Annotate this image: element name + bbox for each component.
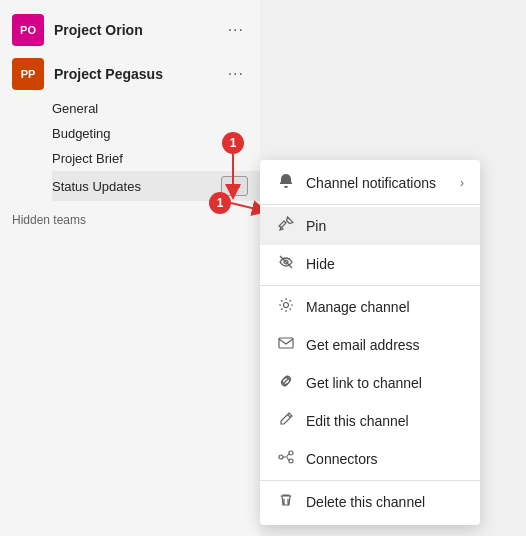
menu-item-hide[interactable]: Hide — [260, 245, 480, 283]
team-item-project-orion[interactable]: PO Project Orion ··· — [0, 8, 260, 52]
svg-point-7 — [289, 459, 293, 463]
menu-item-channel-notifications[interactable]: Channel notifications › — [260, 164, 480, 202]
team-more-options-project-orion[interactable]: ··· — [224, 19, 248, 41]
team-name-project-pegasus: Project Pegasus — [54, 66, 224, 82]
menu-item-get-link[interactable]: Get link to channel — [260, 364, 480, 402]
get-link-label: Get link to channel — [306, 375, 464, 391]
menu-item-delete-channel[interactable]: Delete this channel — [260, 483, 480, 521]
svg-point-5 — [279, 455, 283, 459]
svg-point-3 — [284, 303, 289, 308]
channel-name-budgeting: Budgeting — [52, 126, 111, 141]
link-icon — [276, 373, 296, 393]
gear-icon — [276, 297, 296, 317]
channel-notifications-label: Channel notifications — [306, 175, 450, 191]
svg-rect-4 — [279, 338, 293, 348]
annotation-badge-1: 1 — [222, 132, 244, 154]
menu-item-pin[interactable]: Pin — [260, 207, 480, 245]
annotation-badge-2: 1 — [209, 192, 231, 214]
chevron-right-icon: › — [460, 176, 464, 190]
team-more-options-project-pegasus[interactable]: ··· — [224, 63, 248, 85]
email-icon — [276, 335, 296, 355]
trash-icon — [276, 492, 296, 512]
menu-divider-3 — [260, 480, 480, 481]
channel-name-status-updates: Status Updates — [52, 179, 141, 194]
hide-icon — [276, 254, 296, 274]
bell-icon — [276, 173, 296, 193]
pin-icon — [276, 216, 296, 236]
team-name-project-orion: Project Orion — [54, 22, 224, 38]
channel-item-general[interactable]: General — [52, 96, 260, 121]
menu-item-manage-channel[interactable]: Manage channel — [260, 288, 480, 326]
edit-icon — [276, 411, 296, 431]
menu-item-edit-channel[interactable]: Edit this channel — [260, 402, 480, 440]
delete-channel-label: Delete this channel — [306, 494, 464, 510]
menu-divider-2 — [260, 285, 480, 286]
svg-point-6 — [289, 451, 293, 455]
manage-channel-label: Manage channel — [306, 299, 464, 315]
right-panel: Channel notifications › Pin Hide — [260, 0, 526, 536]
edit-channel-label: Edit this channel — [306, 413, 464, 429]
avatar-project-pegasus: PP — [12, 58, 44, 90]
pin-label: Pin — [306, 218, 464, 234]
context-menu: Channel notifications › Pin Hide — [260, 160, 480, 525]
channel-name-project-brief: Project Brief — [52, 151, 123, 166]
avatar-project-orion: PO — [12, 14, 44, 46]
menu-item-connectors[interactable]: Connectors — [260, 440, 480, 478]
connectors-label: Connectors — [306, 451, 464, 467]
team-item-project-pegasus[interactable]: PP Project Pegasus ··· — [0, 52, 260, 96]
menu-divider-1 — [260, 204, 480, 205]
connectors-icon — [276, 449, 296, 469]
menu-item-get-email[interactable]: Get email address — [260, 326, 480, 364]
hide-label: Hide — [306, 256, 464, 272]
sidebar: PO Project Orion ··· PP Project Pegasus … — [0, 0, 260, 536]
get-email-label: Get email address — [306, 337, 464, 353]
channel-name-general: General — [52, 101, 98, 116]
